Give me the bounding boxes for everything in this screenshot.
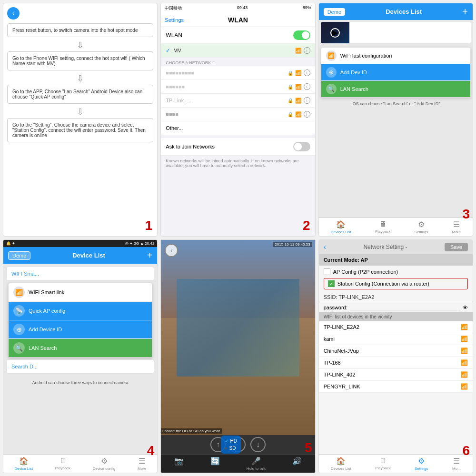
panel6-bottom-nav: 🏠 Devices List 🖥 Playback ⚙ Settings ☰ M… [319,454,473,473]
step-box-4: Go to the "Setting", Choose the camera d… [7,118,153,142]
info-4[interactable]: i [304,111,310,118]
nav-device-list[interactable]: 🏠 Device List [14,456,33,471]
panel4-bottom-nav: 🏠 Device List 🖥 Playback ⚙ Device config… [3,454,157,473]
info-3[interactable]: i [304,97,310,104]
settings-icon-6: ⚙ [418,456,425,466]
lan-search-item[interactable]: 🔍 LAN Search [321,81,470,97]
rotate-ctrl[interactable]: 🔄 [210,456,220,471]
save-button[interactable]: Save [445,243,468,251]
add-device-plus[interactable]: + [462,6,468,17]
playback-icon-3: 🖥 [379,220,387,228]
qap-icon: 📡 [13,305,25,317]
android-right-status: ◎ ✦ 3G ▲ 20:42 [125,241,155,246]
nav-playback-4[interactable]: 🖥 Playback [55,456,70,471]
play-button[interactable]: ▶ [330,28,340,38]
android-dropdown: 📶 WIFI Smart link 📡 Quick AP config ⊕ Ad… [8,283,152,357]
devices-list-title: Devices List [386,8,422,15]
ask-row: Ask to Join Networks [161,138,315,156]
android-list-item-1[interactable]: WIFI Sma... [6,267,154,281]
other-row[interactable]: Other... [161,121,315,135]
net-name-4: ■■■■ [166,111,287,117]
add-device-id[interactable]: ⊕ Add Device ID [9,320,152,339]
network-back-btn[interactable]: ‹ [324,243,326,251]
net-icons-1: 🔒 📶 i [288,69,310,76]
panel-2: 中国移动 09:43 89% Settings WLAN WLAN ✓ MV 📶… [160,3,315,237]
connected-ssid: MV [173,48,295,53]
settings-back[interactable]: Settings [165,17,184,23]
wifi-signal-icon: 📶 [295,48,302,54]
step-number-4: 4 [147,443,155,458]
android-list-item-2[interactable]: Search D... [6,359,154,374]
ask-toggle[interactable] [293,142,310,151]
hd-sd-container: Choose the HD or SD as you want ← ✓ HD ●… [230,437,246,452]
nav-device-config[interactable]: ⚙ Device config [92,456,115,471]
info-1[interactable]: i [304,69,310,76]
lock-icon-4: 🔒 [288,112,293,117]
nav-more-4[interactable]: ☰ More [138,456,146,471]
wifi-net-3[interactable]: ChinaNet-JVup 📶 [319,345,473,357]
password-row: password: 👁 [319,302,473,312]
step-number-2: 2 [303,218,310,233]
hd-option[interactable]: ✓ HD [225,437,237,445]
current-mode-row: Current Mode: AP [319,254,473,266]
nav-playback-3[interactable]: 🖥 Playback [375,220,390,234]
wifi-4: 📶 [295,111,302,118]
nav-devices-6[interactable]: 🏠 Devices List [331,456,351,471]
step-box-3: Go to the APP, Choose "Lan Search" Andro… [7,85,153,104]
wifi-net-1[interactable]: TP-LINK_E2A2 📶 [319,321,473,333]
quick-ap-config[interactable]: 📡 Quick AP config [9,302,152,320]
android-status-bar: 🔔 ✦ ◎ ✦ 3G ▲ 20:42 [3,240,157,247]
checkmark: ✓ [166,47,170,54]
panel6-topbar: ‹ Network Setting - Save [319,240,473,254]
speaker-ctrl[interactable]: 🔊 [292,456,302,471]
wifi-1: 📶 [295,70,302,76]
panel3-bottom-nav: 🏠 Devices List 🖥 Playback ⚙ Settings ☰ M… [319,218,473,236]
arrow-2: ⇩ [7,73,153,84]
down-arrow-btn[interactable]: ↓ [250,437,266,452]
network-row-4: ■■■■ 🔒 📶 i [161,108,315,121]
lan-search-android[interactable]: 🔍 LAN Search [9,339,152,357]
password-input[interactable] [350,304,460,310]
hd-check: ✓ [225,438,228,444]
add-device-plus-4[interactable]: + [147,250,153,261]
ap-config-checkbox[interactable] [324,268,330,275]
nav-devices-list[interactable]: 🏠 Devices List [331,220,351,234]
home-icon-4: 🏠 [19,456,29,466]
add-dev-id-item[interactable]: ⊕ Add Dev ID [321,64,470,81]
station-config-checkbox[interactable]: ✓ [328,280,335,287]
panel-3: Demo Devices List + ▶ 📶 WiFi fast config… [318,3,473,237]
section-label: CHOOSE A NETWORK... [161,58,315,66]
panel-6: ‹ Network Setting - Save Current Mode: A… [318,239,473,473]
camera-ctrl[interactable]: 📷 [174,456,184,471]
nav-playback-6[interactable]: 🖥 Playback [375,456,390,471]
hd-sd-popup: ✓ HD ● SD [221,436,241,454]
step-number-1: 1 [145,218,153,233]
mic-ctrl[interactable]: 🎤 Hold to talk [247,456,266,471]
panel4-topbar: Demo Device List + [3,247,157,264]
android-caption: Android can choose three ways to connect… [3,378,157,387]
info-icon[interactable]: i [304,47,310,54]
nav-more-3[interactable]: ☰ More [452,220,461,234]
demo-button-4[interactable]: Demo [8,251,30,260]
net-name-1: ■■■■■■■■■ [166,70,287,76]
wifi-net-2[interactable]: kami 📶 [319,333,473,345]
wifi-net-6[interactable]: PENGYR_LINK 📶 [319,381,473,393]
wifi-net-4[interactable]: TP-168 📶 [319,357,473,369]
panel1-back-btn[interactable]: ‹ [7,7,20,20]
wifi-smart-link[interactable]: 📶 WIFI Smart link [9,283,152,302]
nav-settings-3[interactable]: ⚙ Settings [415,220,428,234]
demo-button-3[interactable]: Demo [324,8,345,16]
step-box-1: Press reset button, to switch camera int… [7,23,153,37]
wlan-toggle[interactable] [293,30,310,40]
carrier: 中国移动 [165,5,182,11]
wifi-net-5[interactable]: TP-LINK_402 📶 [319,369,473,381]
nav-more-6[interactable]: ☰ Mo... [452,456,461,471]
sd-option[interactable]: ● SD [225,445,237,452]
device-row-1: ▶ [321,22,471,43]
wifi-icon-6: 📶 [461,383,468,390]
eye-icon[interactable]: 👁 [463,305,468,310]
wifi-config-item[interactable]: 📶 WiFi fast configuration [321,48,470,64]
info-2[interactable]: i [304,83,310,90]
android-list-content: WIFI Sma... 📶 WIFI Smart link 📡 Quick AP… [3,264,157,378]
nav-settings-6[interactable]: ⚙ Settings [415,456,428,471]
